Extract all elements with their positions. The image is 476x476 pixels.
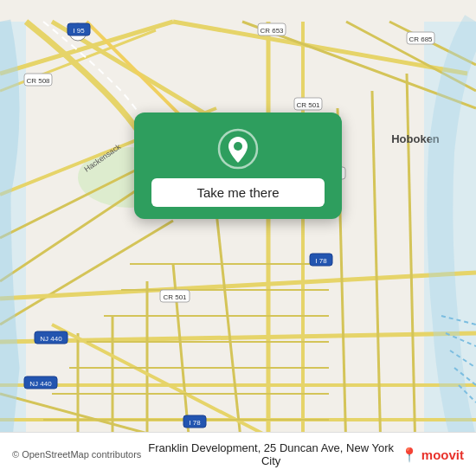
moovit-pin-icon: 📍 [401, 447, 418, 463]
svg-text:CR 501: CR 501 [163, 293, 187, 301]
svg-text:I 78: I 78 [315, 257, 327, 265]
take-me-there-button[interactable]: Take me there [151, 178, 325, 207]
svg-text:NJ 440: NJ 440 [40, 335, 62, 343]
svg-line-11 [0, 273, 476, 299]
navigation-card: Take me there [134, 113, 342, 219]
location-pin-icon [217, 128, 259, 170]
svg-line-23 [372, 91, 381, 454]
svg-text:CR 501: CR 501 [296, 101, 320, 109]
svg-point-70 [234, 142, 242, 151]
map-container: CR CR 653 CR 685 CR 508 CR 501 644 I 78 … [0, 0, 476, 476]
bottom-bar: © OpenStreetMap contributors Franklin De… [0, 432, 476, 476]
osm-attribution: © OpenStreetMap contributors [12, 449, 141, 460]
svg-text:I 78: I 78 [189, 419, 201, 427]
moovit-brand-label: moovit [421, 447, 464, 462]
map-roads: CR CR 653 CR 685 CR 508 CR 501 644 I 78 … [0, 0, 476, 476]
svg-text:CR 508: CR 508 [26, 77, 50, 85]
svg-text:NJ 440: NJ 440 [29, 380, 52, 388]
svg-line-27 [173, 22, 467, 74]
svg-text:CR 653: CR 653 [260, 27, 284, 35]
svg-text:CR 685: CR 685 [408, 35, 433, 43]
svg-text:I 95: I 95 [73, 27, 85, 35]
location-label: Franklin Development, 25 Duncan Ave, New… [141, 441, 400, 467]
moovit-logo: 📍 moovit [401, 447, 464, 463]
svg-line-24 [407, 74, 415, 454]
